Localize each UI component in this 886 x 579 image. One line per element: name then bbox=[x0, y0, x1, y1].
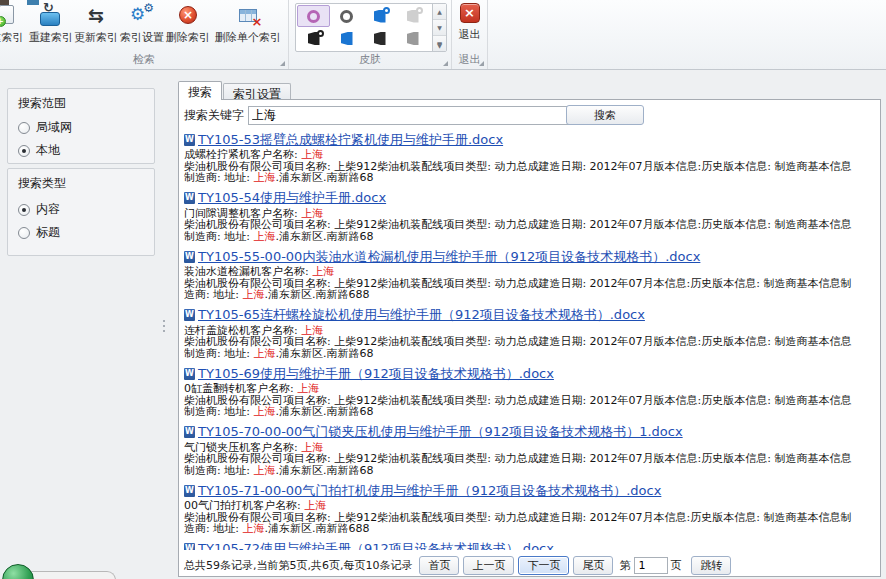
word-doc-icon: W bbox=[184, 134, 195, 146]
tab-bar: 搜索 索引设置 bbox=[178, 81, 292, 100]
search-button[interactable]: 搜索 bbox=[566, 105, 644, 125]
result-snippet-line: 柴油机股份有限公司项目名称: 上柴912柴油机装配线项目类型: 动力总成建造日期… bbox=[184, 453, 872, 465]
radio-content[interactable]: 内容 bbox=[18, 201, 60, 218]
result-snippet-line: 造商: 地址: 上海.浦东新区.南新路688 bbox=[184, 523, 872, 535]
result-link[interactable]: TY105-54使用与维护手册.docx bbox=[198, 189, 386, 207]
index-settings-button[interactable]: ⚙⚙ 索引设置 bbox=[119, 1, 165, 45]
result-link[interactable]: TY105-72使用与维护手册（912项目设备技术规格书）.docx bbox=[198, 540, 554, 550]
word-doc-icon: W bbox=[184, 485, 195, 497]
skin-swatch[interactable] bbox=[363, 5, 396, 27]
result-link[interactable]: TY105-71-00-00气门拍打机使用与维护手册（912项目设备技术规格书）… bbox=[198, 482, 661, 500]
radio-title[interactable]: 标题 bbox=[18, 224, 60, 241]
skin-gallery: ▲ ▼ ▬▼ bbox=[295, 3, 447, 52]
radio-icon bbox=[18, 204, 30, 216]
dialog-launcher-icon[interactable] bbox=[280, 61, 285, 66]
search-result: WTY105-65连杆螺栓旋松机使用与维护手册（912项目设备技术规格书）.do… bbox=[184, 308, 872, 360]
skin-theme-icon bbox=[374, 32, 386, 45]
result-title-row: WTY105-69使用与维护手册（912项目设备技术规格书）.docx bbox=[184, 366, 872, 381]
radio-local[interactable]: 本地 bbox=[18, 142, 60, 159]
sidebar-splitter[interactable] bbox=[162, 320, 166, 338]
search-scope-groupbox: 搜索范围 局域网 本地 bbox=[7, 88, 155, 164]
gallery-scroll-up-icon[interactable]: ▲ bbox=[433, 4, 446, 20]
clock-badge-icon bbox=[317, 30, 324, 37]
ribbon: + 建索引 ↻ 重建索引 ⇆ 更新索引 ⚙⚙ 索引设置 × 删除索引 bbox=[0, 0, 886, 70]
tab-index-settings[interactable]: 索引设置 bbox=[223, 83, 291, 100]
skin-theme-icon bbox=[307, 10, 320, 23]
pagination-jump-button[interactable]: 跳转 bbox=[691, 556, 731, 575]
search-result: WTY105-70-00-00气门锁夹压机使用与维护手册（912项目设备技术规格… bbox=[184, 425, 872, 477]
result-snippet-line: 制造商: 地址: 上海.浦东新区.南新路68 bbox=[184, 231, 872, 243]
result-snippet-line: 柴油机股份有限公司项目名称: 上柴912柴油机装配线项目类型: 动力总成建造日期… bbox=[184, 161, 872, 173]
search-result: WTY105-69使用与维护手册（912项目设备技术规格书）.docx0缸盖翻转… bbox=[184, 366, 872, 418]
page-number-prefix: 第 bbox=[619, 558, 630, 573]
page-number-suffix: 页 bbox=[670, 558, 681, 573]
pagination-next-button[interactable]: 下一页 bbox=[518, 556, 569, 575]
skin-swatch[interactable] bbox=[330, 5, 363, 27]
result-link[interactable]: TY105-55-00-00内装油水道检漏机使用与维护手册（912项目设备技术规… bbox=[198, 248, 700, 266]
result-snippet-line: 柴油机股份有限公司项目名称: 上柴912柴油机装配线项目类型: 动力总成建造日期… bbox=[184, 219, 872, 231]
result-link[interactable]: TY105-70-00-00气门锁夹压机使用与维护手册（912项目设备技术规格书… bbox=[198, 423, 683, 441]
result-snippet-line: 装油水道检漏机客户名称: 上海 bbox=[184, 266, 872, 278]
new-index-icon: + bbox=[0, 5, 16, 25]
ribbon-group-label-skins: 皮肤 bbox=[289, 52, 451, 67]
groupbox-title: 搜索类型 bbox=[18, 175, 66, 192]
delete-index-button[interactable]: × 删除索引 bbox=[165, 1, 211, 45]
result-snippet-line: 柴油机股份有限公司项目名称: 上柴912柴油机装配线项目类型: 动力总成建造日期… bbox=[184, 278, 872, 290]
gallery-more-icon[interactable]: ▬▼ bbox=[433, 36, 446, 51]
ribbon-group-index: + 建索引 ↻ 重建索引 ⇆ 更新索引 ⚙⚙ 索引设置 × 删除索引 bbox=[0, 0, 289, 69]
pagination-last-button[interactable]: 尾页 bbox=[573, 556, 613, 575]
exit-button[interactable]: × 退出 bbox=[452, 0, 487, 42]
result-snippet-line: 0缸盖翻转机客户名称: 上海 bbox=[184, 383, 872, 395]
search-type-groupbox: 搜索类型 内容 标题 bbox=[7, 168, 155, 256]
skin-gallery-cells bbox=[296, 4, 432, 51]
delete-index-icon: × bbox=[179, 6, 197, 24]
result-snippet-line: 柴油机股份有限公司项目名称: 上柴912柴油机装配线项目类型: 动力总成建造日期… bbox=[184, 336, 872, 348]
word-doc-icon: W bbox=[184, 368, 195, 380]
skin-swatch[interactable] bbox=[363, 28, 396, 50]
result-link[interactable]: TY105-65连杆螺栓旋松机使用与维护手册（912项目设备技术规格书）.doc… bbox=[198, 306, 645, 324]
result-link[interactable]: TY105-69使用与维护手册（912项目设备技术规格书）.docx bbox=[198, 365, 554, 383]
word-doc-icon: W bbox=[184, 543, 195, 550]
dialog-launcher-icon[interactable] bbox=[443, 61, 448, 66]
delete-single-index-icon: × bbox=[239, 9, 258, 23]
search-result: WTY105-54使用与维护手册.docx门间隙调整机客户名称: 上海柴油机股份… bbox=[184, 191, 872, 243]
result-link[interactable]: TY105-53摇臂总成螺栓拧紧机使用与维护手册.docx bbox=[198, 132, 503, 149]
results-list: WTY105-53摇臂总成螺栓拧紧机使用与维护手册.docx成螺栓拧紧机客户名称… bbox=[184, 132, 872, 550]
pagination-prev-button[interactable]: 上一页 bbox=[463, 556, 514, 575]
word-doc-icon: W bbox=[184, 192, 195, 204]
skin-swatch[interactable] bbox=[330, 28, 363, 50]
delete-single-index-button[interactable]: × 删除单个索引 bbox=[211, 1, 285, 45]
green-orb-icon bbox=[2, 564, 34, 579]
result-title-row: WTY105-54使用与维护手册.docx bbox=[184, 191, 872, 206]
clock-badge-icon bbox=[383, 7, 390, 14]
search-panel: 搜索关键字 搜索 WTY105-53摇臂总成螺栓拧紧机使用与维护手册.docx成… bbox=[178, 99, 881, 577]
result-title-row: WTY105-71-00-00气门拍打机使用与维护手册（912项目设备技术规格书… bbox=[184, 483, 872, 498]
result-title-row: WTY105-72使用与维护手册（912项目设备技术规格书）.docx bbox=[184, 542, 872, 551]
skin-theme-icon bbox=[407, 32, 419, 45]
result-snippet-line: 制造商: 地址: 上海.浦东新区.南新路68 bbox=[184, 348, 872, 360]
skin-swatch[interactable] bbox=[297, 28, 330, 50]
radio-lan[interactable]: 局域网 bbox=[18, 119, 72, 136]
search-result: WTY105-72使用与维护手册（912项目设备技术规格书）.docx bbox=[184, 542, 872, 551]
pagination-first-button[interactable]: 首页 bbox=[419, 556, 459, 575]
radio-icon bbox=[18, 122, 30, 134]
pagination-summary: 总共59条记录,当前第5页,共6页,每页10条记录 bbox=[184, 558, 412, 573]
skin-swatch[interactable] bbox=[297, 5, 330, 27]
search-keyword-label: 搜索关键字 bbox=[184, 107, 244, 124]
page-number-input[interactable] bbox=[634, 557, 668, 574]
radio-icon bbox=[18, 145, 30, 157]
result-snippet-line: 造商: 地址: 上海.浦东新区.南新路688 bbox=[184, 289, 872, 301]
rebuild-index-button[interactable]: ↻ 重建索引 bbox=[29, 1, 73, 45]
gallery-scroll-down-icon[interactable]: ▼ bbox=[433, 20, 446, 36]
word-doc-icon: W bbox=[184, 251, 195, 263]
create-index-button[interactable]: + 建索引 bbox=[0, 1, 29, 45]
dialog-launcher-icon[interactable] bbox=[479, 61, 484, 66]
update-index-button[interactable]: ⇆ 更新索引 bbox=[73, 1, 119, 45]
word-doc-icon: W bbox=[184, 426, 195, 438]
tab-search[interactable]: 搜索 bbox=[178, 81, 222, 100]
radio-icon bbox=[18, 227, 30, 239]
skin-swatch[interactable] bbox=[396, 5, 429, 27]
search-input[interactable] bbox=[248, 106, 581, 125]
result-snippet-line: 连杆盖旋松机客户名称: 上海 bbox=[184, 325, 872, 337]
skin-swatch[interactable] bbox=[396, 28, 429, 50]
